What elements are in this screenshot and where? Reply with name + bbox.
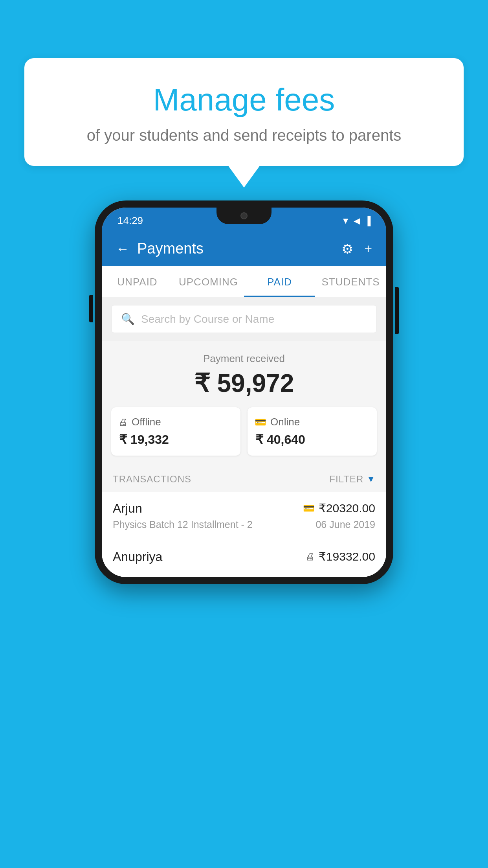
offline-amount: ₹ 19,332	[119, 432, 233, 447]
battery-icon: ▐	[364, 216, 371, 226]
offline-card: 🖨 Offline ₹ 19,332	[111, 407, 240, 456]
speech-bubble: Manage fees of your students and send re…	[24, 58, 464, 166]
search-icon: 🔍	[121, 313, 135, 326]
transactions-label: TRANSACTIONS	[113, 474, 191, 485]
header-right: ⚙ +	[341, 241, 372, 257]
phone-frame: 14:29 ▼ ◀ ▐ ← Payments ⚙ +	[95, 200, 393, 584]
notch	[216, 208, 272, 224]
online-icon: 💳	[255, 417, 266, 428]
back-button[interactable]: ←	[116, 241, 129, 256]
offline-card-header: 🖨 Offline	[118, 416, 233, 428]
online-amount: ₹ 40,640	[255, 432, 370, 447]
transaction-sub-arjun: Physics Batch 12 Installment - 2 06 June…	[113, 519, 375, 530]
phone-screen: 14:29 ▼ ◀ ▐ ← Payments ⚙ +	[102, 208, 386, 577]
speech-bubble-subtitle: of your students and send receipts to pa…	[44, 127, 444, 144]
filter-icon: ▼	[367, 474, 375, 484]
transaction-course-arjun: Physics Batch 12 Installment - 2	[113, 519, 253, 530]
status-time: 14:29	[117, 215, 143, 227]
search-placeholder: Search by Course or Name	[141, 313, 274, 326]
online-card-header: 💳 Online	[255, 416, 370, 428]
online-card: 💳 Online ₹ 40,640	[248, 407, 377, 456]
transactions-header: TRANSACTIONS FILTER ▼	[102, 465, 386, 492]
transaction-main-arjun: Arjun 💳 ₹20320.00	[113, 501, 375, 516]
notch-camera	[240, 212, 248, 219]
transaction-main-anupriya: Anupriya 🖨 ₹19332.00	[113, 550, 375, 564]
status-bar: 14:29 ▼ ◀ ▐	[102, 208, 386, 232]
search-bar[interactable]: 🔍 Search by Course or Name	[111, 305, 377, 333]
tab-unpaid[interactable]: UNPAID	[102, 266, 173, 297]
phone-container: 14:29 ▼ ◀ ▐ ← Payments ⚙ +	[95, 200, 393, 584]
plus-icon[interactable]: +	[364, 241, 372, 256]
app-header: ← Payments ⚙ +	[102, 232, 386, 266]
transaction-amount-anupriya: ₹19332.00	[319, 550, 375, 563]
table-row[interactable]: Anupriya 🖨 ₹19332.00	[102, 540, 386, 577]
online-payment-icon: 💳	[303, 503, 315, 514]
speech-bubble-container: Manage fees of your students and send re…	[24, 58, 464, 188]
tab-students[interactable]: STUDENTS	[315, 266, 386, 297]
speech-bubble-title: Manage fees	[44, 82, 444, 118]
transaction-amount-wrap-anupriya: 🖨 ₹19332.00	[305, 550, 375, 563]
signal-icon: ◀	[354, 216, 360, 226]
filter-container[interactable]: FILTER ▼	[329, 474, 375, 485]
speech-bubble-arrow	[228, 166, 260, 188]
transactions-list: Arjun 💳 ₹20320.00 Physics Batch 12 Insta…	[102, 492, 386, 577]
status-icons: ▼ ◀ ▐	[341, 216, 371, 226]
offline-icon: 🖨	[118, 417, 128, 428]
header-title: Payments	[137, 240, 204, 257]
online-label: Online	[270, 416, 300, 428]
transaction-amount-wrap-arjun: 💳 ₹20320.00	[303, 501, 375, 515]
transaction-name-arjun: Arjun	[113, 501, 142, 516]
header-left: ← Payments	[116, 240, 204, 257]
filter-label: FILTER	[329, 474, 363, 485]
transaction-date-arjun: 06 June 2019	[316, 519, 375, 530]
tabs-container: UNPAID UPCOMING PAID STUDENTS	[102, 266, 386, 297]
tab-upcoming[interactable]: UPCOMING	[173, 266, 244, 297]
transaction-name-anupriya: Anupriya	[113, 550, 162, 564]
transaction-amount-arjun: ₹20320.00	[319, 501, 375, 515]
gear-icon[interactable]: ⚙	[341, 241, 353, 257]
offline-label: Offline	[132, 416, 161, 428]
tab-paid[interactable]: PAID	[244, 266, 315, 297]
payment-received-label: Payment received	[111, 353, 377, 365]
payment-summary: Payment received ₹ 59,972 🖨 Offline ₹ 19…	[102, 341, 386, 465]
table-row[interactable]: Arjun 💳 ₹20320.00 Physics Batch 12 Insta…	[102, 492, 386, 540]
offline-payment-icon: 🖨	[305, 551, 315, 562]
payment-cards: 🖨 Offline ₹ 19,332 💳 Online ₹ 40,640	[111, 407, 377, 456]
wifi-icon: ▼	[341, 216, 350, 226]
payment-total-amount: ₹ 59,972	[111, 369, 377, 398]
